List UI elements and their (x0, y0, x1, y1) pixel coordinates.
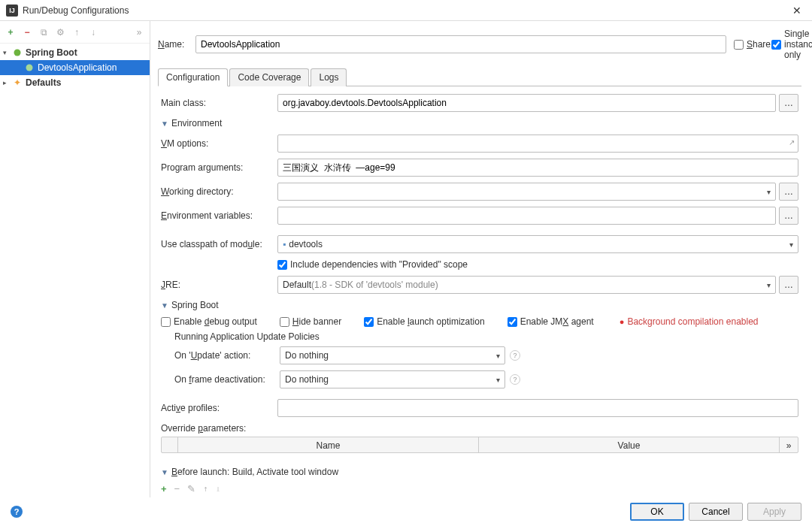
triangle-down-icon: ▼ (161, 301, 168, 310)
config-tree: ▾ Spring Boot DevtoolsApplication ▸ ✦ De… (0, 44, 150, 497)
tab-logs[interactable]: Logs (311, 68, 347, 86)
classpath-dropdown[interactable]: ▪devtools (277, 235, 798, 253)
svg-point-0 (14, 50, 21, 56)
working-dir-label: Working directory: (161, 186, 277, 197)
sidebar-toolbar: + − ⧉ ⚙ ↑ ↓ » (0, 21, 150, 44)
edit-task-icon[interactable]: ✎ (187, 483, 195, 491)
help-icon[interactable]: ? (510, 374, 520, 385)
settings-icon[interactable]: ⚙ (54, 26, 66, 38)
update-policies-label: Running Application Update Policies (174, 331, 798, 342)
sidebar: + − ⧉ ⚙ ↑ ↓ » ▾ Spring Boot DevtoolsAppl… (0, 21, 150, 497)
browse-env-vars-button[interactable]: … (779, 207, 798, 225)
add-icon[interactable]: + (5, 26, 17, 38)
before-launch-header[interactable]: ▼Before launch: Build, Activate tool win… (161, 467, 798, 477)
help-icon[interactable]: ? (510, 350, 520, 361)
browse-main-class-button[interactable]: … (779, 94, 798, 112)
window-title: Run/Debug Configurations (23, 5, 788, 16)
add-task-icon[interactable]: + (161, 483, 167, 491)
classpath-label: Use classpath of module: (161, 239, 277, 249)
wrench-icon: ✦ (12, 77, 23, 88)
scroll-right-icon[interactable]: » (780, 437, 798, 452)
browse-jre-button[interactable]: … (779, 276, 798, 294)
main-class-input[interactable] (277, 94, 776, 112)
browse-working-dir-button[interactable]: … (779, 183, 798, 201)
tree-label-spring-boot: Spring Boot (26, 47, 77, 58)
tab-code-coverage[interactable]: Code Coverage (229, 68, 309, 86)
name-row: Name: Share Single instance only (158, 29, 801, 60)
config-form: Main class: … ▼Environment VM options: P… (158, 94, 801, 491)
close-icon[interactable]: ✕ (788, 5, 806, 17)
move-down-icon[interactable]: ↓ (87, 26, 99, 38)
spring-icon (12, 47, 23, 58)
share-checkbox[interactable]: Share (734, 39, 764, 50)
tab-bar: Configuration Code Coverage Logs (158, 68, 801, 86)
chevron-down-icon: ▾ (3, 49, 12, 56)
name-label: Name: (158, 39, 188, 50)
spring-icon (24, 62, 35, 73)
main-panel: Name: Share Single instance only Configu… (150, 21, 812, 497)
single-instance-checkbox[interactable]: Single instance only (771, 29, 801, 60)
on-frame-dropdown[interactable]: Do nothing (280, 370, 505, 388)
copy-icon[interactable]: ⧉ (38, 26, 50, 38)
active-profiles-label: Active profiles: (161, 403, 277, 413)
on-update-label: On 'Update' action: (174, 350, 280, 361)
jmx-agent-checkbox[interactable]: Enable JMX agent (508, 316, 594, 327)
program-args-label: Program arguments: (161, 162, 277, 173)
launch-opt-checkbox[interactable]: Enable launch optimization (364, 316, 484, 327)
jre-label: JRE: (161, 280, 277, 290)
tree-node-defaults[interactable]: ▸ ✦ Defaults (0, 75, 150, 90)
expand-icon[interactable]: » (133, 26, 145, 38)
main-class-row: Main class: … (161, 94, 798, 112)
apply-button[interactable]: Apply (747, 503, 801, 521)
spring-boot-group: ▼Spring Boot Enable debug output Hide ba… (161, 300, 798, 453)
vm-options-input[interactable] (277, 135, 798, 153)
cancel-button[interactable]: Cancel (689, 503, 743, 521)
table-col-value: Value (479, 437, 780, 452)
override-params-table-header: Name Value » (161, 437, 798, 453)
chevron-right-icon: ▸ (3, 79, 12, 86)
move-task-down-icon[interactable]: ↓ (216, 483, 221, 491)
on-frame-label: On frame deactivation: (174, 374, 280, 385)
titlebar: IJ Run/Debug Configurations ✕ (0, 0, 812, 21)
remove-icon[interactable]: − (21, 26, 33, 38)
tree-label-defaults: Defaults (26, 77, 61, 88)
name-input[interactable] (195, 35, 726, 53)
program-args-input[interactable] (277, 159, 798, 177)
dialog-body: + − ⧉ ⚙ ↑ ↓ » ▾ Spring Boot DevtoolsAppl… (0, 21, 812, 497)
tab-configuration[interactable]: Configuration (158, 68, 228, 86)
tree-node-spring-boot[interactable]: ▾ Spring Boot (0, 45, 150, 60)
tree-node-devtools-application[interactable]: DevtoolsApplication (0, 60, 150, 75)
environment-header[interactable]: ▼Environment (161, 118, 798, 128)
background-compilation-warning: Background compilation enabled (620, 316, 759, 327)
button-bar: ? OK Cancel Apply (0, 497, 812, 526)
svg-point-1 (26, 65, 33, 71)
table-col-name: Name (178, 437, 479, 452)
before-launch-toolbar: + − ✎ ↑ ↓ (161, 483, 798, 491)
env-vars-label: Environment variables: (161, 210, 277, 221)
working-dir-input[interactable] (277, 183, 776, 201)
app-icon: IJ (6, 5, 18, 17)
help-button[interactable]: ? (11, 506, 23, 518)
override-params-label: Override parameters: (161, 423, 798, 434)
env-vars-input[interactable] (277, 207, 776, 225)
debug-output-checkbox[interactable]: Enable debug output (161, 316, 257, 327)
ok-button[interactable]: OK (630, 503, 684, 521)
spring-boot-header[interactable]: ▼Spring Boot (161, 300, 798, 310)
triangle-down-icon: ▼ (161, 468, 168, 476)
triangle-down-icon: ▼ (161, 119, 168, 128)
include-provided-checkbox[interactable]: Include dependencies with "Provided" sco… (277, 259, 468, 270)
on-update-dropdown[interactable]: Do nothing (280, 346, 505, 364)
remove-task-icon[interactable]: − (174, 483, 180, 491)
environment-group: ▼Environment VM options: Program argumen… (161, 118, 798, 294)
hide-banner-checkbox[interactable]: Hide banner (280, 316, 341, 327)
main-class-label: Main class: (161, 98, 277, 108)
vm-options-label: VM options: (161, 138, 277, 149)
active-profiles-input[interactable] (277, 399, 798, 417)
move-task-up-icon[interactable]: ↑ (203, 483, 208, 491)
move-up-icon[interactable]: ↑ (71, 26, 83, 38)
jre-dropdown[interactable]: Default (1.8 - SDK of 'devtools' module) (277, 276, 776, 294)
tree-label-devtools: DevtoolsApplication (38, 62, 117, 73)
